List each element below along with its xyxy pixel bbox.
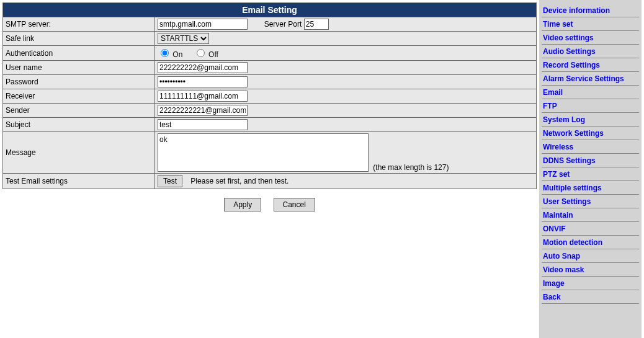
safelink-select[interactable]: STARTTLS bbox=[158, 33, 209, 44]
receiver-label: Receiver bbox=[3, 89, 155, 104]
action-buttons: Apply Cancel bbox=[2, 189, 537, 220]
sidebar-item-system-log[interactable]: System Log bbox=[542, 113, 639, 127]
username-input[interactable] bbox=[158, 62, 248, 73]
sidebar-item-network-settings[interactable]: Network Settings bbox=[542, 127, 639, 140]
message-hint: (the max length is 127) bbox=[370, 163, 449, 172]
password-label: Password bbox=[3, 75, 155, 89]
smtp-label: SMTP server: bbox=[3, 17, 155, 32]
auth-on-radio[interactable] bbox=[161, 49, 169, 57]
sidebar-item-onvif[interactable]: ONVIF bbox=[542, 222, 639, 236]
message-textarea[interactable] bbox=[158, 133, 369, 172]
sidebar-item-multiple-settings[interactable]: Multiple settings bbox=[542, 181, 639, 195]
password-input[interactable] bbox=[158, 76, 248, 87]
username-label: User name bbox=[3, 61, 155, 75]
page-title: Email Setting bbox=[3, 3, 537, 17]
message-label: Message bbox=[3, 132, 155, 174]
port-input[interactable] bbox=[304, 19, 329, 30]
sidebar-item-video-settings[interactable]: Video settings bbox=[542, 31, 639, 45]
email-settings-table: Email Setting SMTP server: Server Port S… bbox=[2, 2, 537, 189]
auth-label: Authentication bbox=[3, 46, 155, 61]
sidebar-item-user-settings[interactable]: User Settings bbox=[542, 195, 639, 208]
sidebar-item-auto-snap[interactable]: Auto Snap bbox=[542, 249, 639, 263]
auth-on-label[interactable]: On bbox=[158, 50, 185, 59]
auth-off-radio[interactable] bbox=[197, 49, 205, 57]
sidebar-item-ftp[interactable]: FTP bbox=[542, 99, 639, 113]
sidebar-item-maintain[interactable]: Maintain bbox=[542, 208, 639, 222]
apply-button[interactable]: Apply bbox=[224, 198, 261, 211]
sidebar-item-email[interactable]: Email bbox=[542, 86, 639, 99]
sidebar-item-device-information[interactable]: Device information bbox=[542, 4, 639, 17]
sidebar-item-back[interactable]: Back bbox=[542, 290, 639, 304]
test-button[interactable]: Test bbox=[158, 175, 182, 187]
sidebar-item-record-settings[interactable]: Record Settings bbox=[542, 58, 639, 72]
receiver-input[interactable] bbox=[158, 91, 248, 102]
sidebar-item-wireless[interactable]: Wireless bbox=[542, 140, 639, 154]
sidebar-item-alarm-service-settings[interactable]: Alarm Service Settings bbox=[542, 72, 639, 86]
port-label: Server Port bbox=[264, 20, 302, 29]
sidebar-item-motion-detection[interactable]: Motion detection bbox=[542, 236, 639, 249]
sidebar-item-audio-settings[interactable]: Audio Settings bbox=[542, 45, 639, 58]
sidebar-item-time-set[interactable]: Time set bbox=[542, 17, 639, 31]
sidebar-item-ptz[interactable]: PTZ set bbox=[542, 167, 639, 181]
auth-off-label[interactable]: Off bbox=[194, 50, 218, 59]
sidebar-item-ddns[interactable]: DDNS Settings bbox=[542, 154, 639, 167]
subject-label: Subject bbox=[3, 118, 155, 132]
sender-input[interactable] bbox=[158, 105, 248, 116]
subject-input[interactable] bbox=[158, 119, 248, 130]
sidebar: Device information Time set Video settin… bbox=[539, 0, 642, 338]
test-label: Test Email settings bbox=[3, 174, 155, 189]
sidebar-item-image[interactable]: Image bbox=[542, 277, 639, 290]
test-hint: Please set first, and then test. bbox=[190, 177, 288, 185]
safelink-label: Safe link bbox=[3, 32, 155, 46]
sidebar-item-video-mask[interactable]: Video mask bbox=[542, 263, 639, 277]
sender-label: Sender bbox=[3, 104, 155, 118]
cancel-button[interactable]: Cancel bbox=[274, 198, 315, 211]
smtp-input[interactable] bbox=[158, 19, 248, 30]
